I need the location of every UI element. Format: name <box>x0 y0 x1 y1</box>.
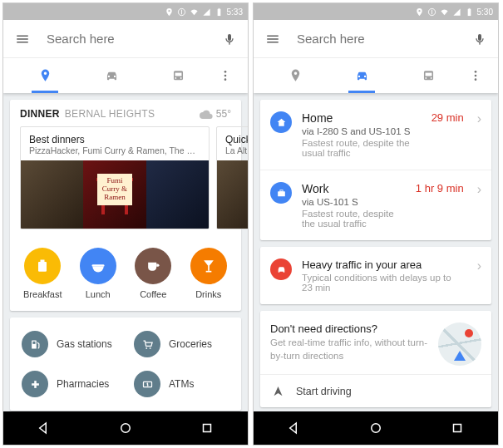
svg-point-15 <box>224 78 227 81</box>
tab-driving[interactable] <box>78 58 145 93</box>
content-driving: Home via I-280 S and US-101 S Fastest ro… <box>254 93 498 411</box>
svg-rect-19 <box>208 266 210 271</box>
search-bar[interactable]: Search here <box>254 20 498 58</box>
search-bar[interactable]: Search here <box>3 20 248 58</box>
svg-rect-31 <box>431 9 432 14</box>
traffic-card[interactable]: Heavy traffic in your area Typical condi… <box>260 247 491 304</box>
dinner-card: DINNER BERNAL HEIGHTS 55° Best dinners P… <box>10 100 241 311</box>
dinner-carousel-item[interactable]: Quick La Alt <box>216 126 248 229</box>
sync-icon <box>427 7 436 17</box>
svg-rect-5 <box>17 38 28 40</box>
car-icon <box>276 264 287 275</box>
category-coffee[interactable]: Coffee <box>126 248 181 299</box>
location-icon <box>165 7 174 17</box>
svg-point-13 <box>224 71 227 73</box>
svg-rect-18 <box>91 264 104 267</box>
category-lunch[interactable]: Lunch <box>71 248 126 299</box>
svg-rect-20 <box>205 271 211 273</box>
promo-card: Don't need directions? Get real-time tra… <box>260 311 491 407</box>
service-pharmacies[interactable]: Pharmacies <box>13 364 126 404</box>
nav-back-icon[interactable] <box>287 421 302 436</box>
dinner-carousel-item[interactable]: Best dinners PizzaHacker, Fumi Curry & R… <box>20 126 210 229</box>
svg-rect-17 <box>41 260 45 263</box>
svg-rect-40 <box>425 72 431 76</box>
home-icon <box>276 117 287 128</box>
menu-icon[interactable] <box>265 32 280 47</box>
wifi-icon <box>190 7 199 17</box>
tab-transit[interactable] <box>395 58 461 93</box>
more-vert-icon <box>469 69 482 82</box>
wifi-icon <box>440 7 449 17</box>
signal-icon <box>202 7 211 17</box>
nav-home-icon[interactable] <box>118 421 133 436</box>
search-input[interactable]: Search here <box>297 32 456 46</box>
pharmacy-icon <box>29 378 42 391</box>
destination-note: Fastest route, despite the usual traffic <box>302 138 422 158</box>
traffic-sub: Typical conditions with delays up to 23 … <box>302 273 464 293</box>
start-driving-button[interactable]: Start driving <box>260 375 491 407</box>
status-bar: 5:33 <box>3 3 248 20</box>
category-drinks[interactable]: Drinks <box>181 248 237 299</box>
svg-rect-34 <box>267 35 279 37</box>
work-icon <box>276 188 287 199</box>
destination-work[interactable]: Work via US-101 S Fastest route, despite… <box>260 170 491 240</box>
svg-rect-16 <box>38 262 47 272</box>
status-time: 5:33 <box>227 7 243 17</box>
mic-icon[interactable] <box>473 31 486 47</box>
service-label: ATMs <box>169 378 194 390</box>
search-input[interactable]: Search here <box>47 32 206 46</box>
weather: 55° <box>200 108 231 120</box>
service-atms[interactable]: ATMs <box>126 364 238 404</box>
section-title: DINNER <box>20 108 60 120</box>
start-driving-label: Start driving <box>296 386 352 397</box>
service-gas[interactable]: Gas stations <box>13 324 126 364</box>
destination-title: Work <box>302 182 406 195</box>
nav-home-icon[interactable] <box>368 421 383 436</box>
thumbnail <box>217 160 248 229</box>
dinner-item-sub: La Alt <box>225 145 248 155</box>
svg-rect-35 <box>267 38 279 40</box>
chevron-right-icon: › <box>477 182 481 197</box>
tab-explore[interactable] <box>262 58 328 93</box>
tab-transit[interactable] <box>145 58 211 93</box>
sync-icon <box>177 7 186 17</box>
category-breakfast[interactable]: Breakfast <box>15 248 71 299</box>
dinner-item-sub: PizzaHacker, Fumi Curry & Ramen, The Fro… <box>29 145 200 155</box>
overflow-menu[interactable] <box>211 69 239 82</box>
signal-icon <box>452 7 461 17</box>
svg-rect-10 <box>175 72 181 76</box>
cart-icon <box>141 338 154 351</box>
category-label: Coffee <box>140 289 166 299</box>
nav-back-icon[interactable] <box>37 421 52 436</box>
status-bar: 5:30 <box>254 3 498 20</box>
promo-sub: Get real-time traffic info, without turn… <box>270 337 430 362</box>
tab-explore[interactable] <box>12 58 78 93</box>
mic-icon[interactable] <box>223 31 236 47</box>
destination-title: Home <box>302 111 422 125</box>
svg-rect-36 <box>267 42 279 43</box>
dinner-item-title: Quick <box>225 134 248 145</box>
dinner-carousel[interactable]: Best dinners PizzaHacker, Fumi Curry & R… <box>10 123 241 238</box>
service-groceries[interactable]: Groceries <box>126 324 238 364</box>
system-nav <box>3 411 248 445</box>
svg-rect-47 <box>279 190 282 191</box>
temperature: 55° <box>216 108 231 120</box>
battery-icon <box>215 7 224 17</box>
content-explore: DINNER BERNAL HEIGHTS 55° Best dinners P… <box>3 93 248 411</box>
svg-point-43 <box>475 71 477 73</box>
atm-icon <box>141 378 154 391</box>
overflow-menu[interactable] <box>461 69 490 82</box>
svg-rect-8 <box>229 42 229 45</box>
dinner-thumbnails: Fumi Curry & Ramen <box>21 160 209 229</box>
nav-recent-icon[interactable] <box>200 421 215 436</box>
menu-icon[interactable] <box>15 32 30 47</box>
destination-home[interactable]: Home via I-280 S and US-101 S Fastest ro… <box>260 100 491 170</box>
battery-icon <box>465 7 474 17</box>
thumbnail <box>146 160 209 229</box>
tab-row <box>254 58 498 93</box>
tab-driving[interactable] <box>328 58 395 93</box>
svg-rect-46 <box>278 191 285 196</box>
nav-recent-icon[interactable] <box>450 421 465 436</box>
destination-note: Fastest route, despite the usual traffic <box>302 209 406 229</box>
drinks-icon <box>200 258 217 274</box>
